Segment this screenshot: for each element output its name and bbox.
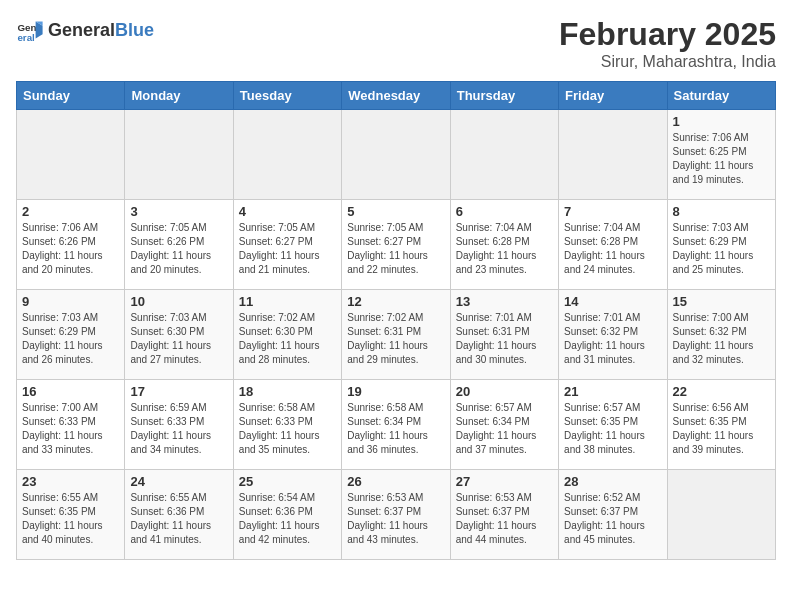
day-info: Sunrise: 7:03 AM Sunset: 6:30 PM Dayligh…: [130, 311, 227, 367]
logo-text-general: General: [48, 20, 115, 41]
day-number: 28: [564, 474, 661, 489]
col-header-sunday: Sunday: [17, 82, 125, 110]
calendar-cell: 18Sunrise: 6:58 AM Sunset: 6:33 PM Dayli…: [233, 380, 341, 470]
col-header-monday: Monday: [125, 82, 233, 110]
calendar-cell: 11Sunrise: 7:02 AM Sunset: 6:30 PM Dayli…: [233, 290, 341, 380]
calendar-cell: 24Sunrise: 6:55 AM Sunset: 6:36 PM Dayli…: [125, 470, 233, 560]
day-info: Sunrise: 7:04 AM Sunset: 6:28 PM Dayligh…: [456, 221, 553, 277]
day-info: Sunrise: 7:01 AM Sunset: 6:32 PM Dayligh…: [564, 311, 661, 367]
calendar-week-row: 23Sunrise: 6:55 AM Sunset: 6:35 PM Dayli…: [17, 470, 776, 560]
calendar-cell: 20Sunrise: 6:57 AM Sunset: 6:34 PM Dayli…: [450, 380, 558, 470]
calendar-cell: 6Sunrise: 7:04 AM Sunset: 6:28 PM Daylig…: [450, 200, 558, 290]
day-info: Sunrise: 7:01 AM Sunset: 6:31 PM Dayligh…: [456, 311, 553, 367]
day-number: 26: [347, 474, 444, 489]
calendar-week-row: 16Sunrise: 7:00 AM Sunset: 6:33 PM Dayli…: [17, 380, 776, 470]
calendar-cell: 2Sunrise: 7:06 AM Sunset: 6:26 PM Daylig…: [17, 200, 125, 290]
col-header-tuesday: Tuesday: [233, 82, 341, 110]
day-number: 1: [673, 114, 770, 129]
calendar-week-row: 9Sunrise: 7:03 AM Sunset: 6:29 PM Daylig…: [17, 290, 776, 380]
day-info: Sunrise: 6:57 AM Sunset: 6:34 PM Dayligh…: [456, 401, 553, 457]
day-info: Sunrise: 6:58 AM Sunset: 6:33 PM Dayligh…: [239, 401, 336, 457]
day-info: Sunrise: 7:00 AM Sunset: 6:32 PM Dayligh…: [673, 311, 770, 367]
col-header-wednesday: Wednesday: [342, 82, 450, 110]
day-info: Sunrise: 6:59 AM Sunset: 6:33 PM Dayligh…: [130, 401, 227, 457]
day-number: 24: [130, 474, 227, 489]
calendar-cell: 12Sunrise: 7:02 AM Sunset: 6:31 PM Dayli…: [342, 290, 450, 380]
day-info: Sunrise: 6:57 AM Sunset: 6:35 PM Dayligh…: [564, 401, 661, 457]
col-header-friday: Friday: [559, 82, 667, 110]
day-number: 12: [347, 294, 444, 309]
svg-text:eral: eral: [17, 32, 35, 43]
calendar-cell: [233, 110, 341, 200]
calendar-body: 1Sunrise: 7:06 AM Sunset: 6:25 PM Daylig…: [17, 110, 776, 560]
day-number: 15: [673, 294, 770, 309]
calendar-week-row: 2Sunrise: 7:06 AM Sunset: 6:26 PM Daylig…: [17, 200, 776, 290]
calendar-cell: 25Sunrise: 6:54 AM Sunset: 6:36 PM Dayli…: [233, 470, 341, 560]
day-number: 8: [673, 204, 770, 219]
calendar-week-row: 1Sunrise: 7:06 AM Sunset: 6:25 PM Daylig…: [17, 110, 776, 200]
col-header-thursday: Thursday: [450, 82, 558, 110]
calendar-cell: 4Sunrise: 7:05 AM Sunset: 6:27 PM Daylig…: [233, 200, 341, 290]
day-info: Sunrise: 7:05 AM Sunset: 6:27 PM Dayligh…: [347, 221, 444, 277]
day-info: Sunrise: 7:03 AM Sunset: 6:29 PM Dayligh…: [673, 221, 770, 277]
day-info: Sunrise: 6:52 AM Sunset: 6:37 PM Dayligh…: [564, 491, 661, 547]
calendar-cell: 9Sunrise: 7:03 AM Sunset: 6:29 PM Daylig…: [17, 290, 125, 380]
calendar-cell: [559, 110, 667, 200]
day-info: Sunrise: 7:06 AM Sunset: 6:25 PM Dayligh…: [673, 131, 770, 187]
calendar-cell: 28Sunrise: 6:52 AM Sunset: 6:37 PM Dayli…: [559, 470, 667, 560]
day-number: 11: [239, 294, 336, 309]
calendar-header-row: SundayMondayTuesdayWednesdayThursdayFrid…: [17, 82, 776, 110]
calendar-cell: [342, 110, 450, 200]
calendar-cell: 5Sunrise: 7:05 AM Sunset: 6:27 PM Daylig…: [342, 200, 450, 290]
calendar-cell: 7Sunrise: 7:04 AM Sunset: 6:28 PM Daylig…: [559, 200, 667, 290]
calendar-cell: 13Sunrise: 7:01 AM Sunset: 6:31 PM Dayli…: [450, 290, 558, 380]
day-info: Sunrise: 6:55 AM Sunset: 6:36 PM Dayligh…: [130, 491, 227, 547]
day-number: 16: [22, 384, 119, 399]
calendar-cell: 14Sunrise: 7:01 AM Sunset: 6:32 PM Dayli…: [559, 290, 667, 380]
day-number: 13: [456, 294, 553, 309]
day-info: Sunrise: 6:53 AM Sunset: 6:37 PM Dayligh…: [347, 491, 444, 547]
day-info: Sunrise: 6:56 AM Sunset: 6:35 PM Dayligh…: [673, 401, 770, 457]
day-number: 6: [456, 204, 553, 219]
day-info: Sunrise: 7:00 AM Sunset: 6:33 PM Dayligh…: [22, 401, 119, 457]
page-header: Gen eral GeneralBlue February 2025 Sirur…: [16, 16, 776, 71]
calendar-cell: 8Sunrise: 7:03 AM Sunset: 6:29 PM Daylig…: [667, 200, 775, 290]
calendar-cell: 15Sunrise: 7:00 AM Sunset: 6:32 PM Dayli…: [667, 290, 775, 380]
day-number: 4: [239, 204, 336, 219]
day-info: Sunrise: 6:53 AM Sunset: 6:37 PM Dayligh…: [456, 491, 553, 547]
calendar-cell: 21Sunrise: 6:57 AM Sunset: 6:35 PM Dayli…: [559, 380, 667, 470]
day-info: Sunrise: 6:55 AM Sunset: 6:35 PM Dayligh…: [22, 491, 119, 547]
calendar-cell: [450, 110, 558, 200]
calendar-cell: 10Sunrise: 7:03 AM Sunset: 6:30 PM Dayli…: [125, 290, 233, 380]
logo: Gen eral GeneralBlue: [16, 16, 154, 44]
day-info: Sunrise: 7:03 AM Sunset: 6:29 PM Dayligh…: [22, 311, 119, 367]
day-number: 21: [564, 384, 661, 399]
day-info: Sunrise: 7:06 AM Sunset: 6:26 PM Dayligh…: [22, 221, 119, 277]
calendar-cell: 22Sunrise: 6:56 AM Sunset: 6:35 PM Dayli…: [667, 380, 775, 470]
logo-icon: Gen eral: [16, 16, 44, 44]
calendar-table: SundayMondayTuesdayWednesdayThursdayFrid…: [16, 81, 776, 560]
calendar-cell: [17, 110, 125, 200]
calendar-cell: 19Sunrise: 6:58 AM Sunset: 6:34 PM Dayli…: [342, 380, 450, 470]
calendar-cell: 27Sunrise: 6:53 AM Sunset: 6:37 PM Dayli…: [450, 470, 558, 560]
day-number: 20: [456, 384, 553, 399]
day-number: 18: [239, 384, 336, 399]
title-area: February 2025 Sirur, Maharashtra, India: [559, 16, 776, 71]
day-info: Sunrise: 7:05 AM Sunset: 6:27 PM Dayligh…: [239, 221, 336, 277]
main-title: February 2025: [559, 16, 776, 53]
day-number: 2: [22, 204, 119, 219]
calendar-cell: 23Sunrise: 6:55 AM Sunset: 6:35 PM Dayli…: [17, 470, 125, 560]
day-number: 22: [673, 384, 770, 399]
day-number: 9: [22, 294, 119, 309]
day-number: 7: [564, 204, 661, 219]
calendar-cell: [125, 110, 233, 200]
day-number: 23: [22, 474, 119, 489]
day-info: Sunrise: 7:02 AM Sunset: 6:30 PM Dayligh…: [239, 311, 336, 367]
calendar-cell: 26Sunrise: 6:53 AM Sunset: 6:37 PM Dayli…: [342, 470, 450, 560]
col-header-saturday: Saturday: [667, 82, 775, 110]
day-info: Sunrise: 7:02 AM Sunset: 6:31 PM Dayligh…: [347, 311, 444, 367]
day-info: Sunrise: 6:54 AM Sunset: 6:36 PM Dayligh…: [239, 491, 336, 547]
calendar-cell: 1Sunrise: 7:06 AM Sunset: 6:25 PM Daylig…: [667, 110, 775, 200]
day-info: Sunrise: 7:04 AM Sunset: 6:28 PM Dayligh…: [564, 221, 661, 277]
subtitle: Sirur, Maharashtra, India: [559, 53, 776, 71]
